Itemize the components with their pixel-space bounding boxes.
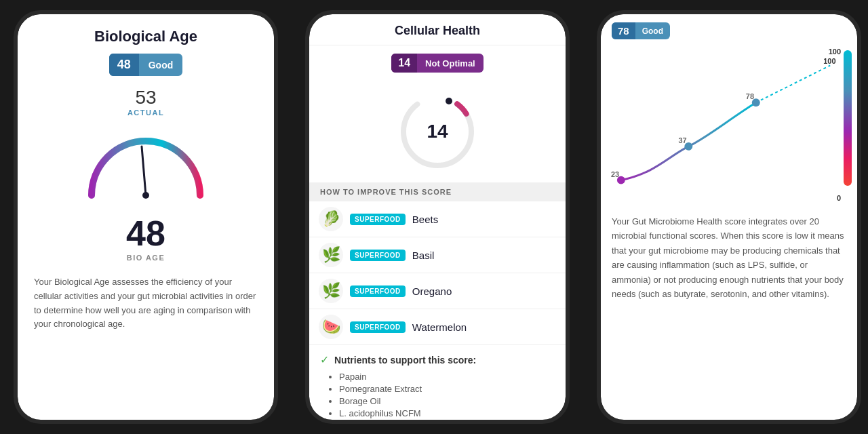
bar-top-label: 100: [829, 47, 841, 56]
nutrient-pomegranate: Pomegranate Extract: [339, 384, 555, 394]
nutrient-borage: Borage Oil: [339, 396, 555, 406]
circular-gauge: 14: [393, 87, 481, 176]
svg-text:78: 78: [746, 92, 754, 100]
phone-screen-1: Biological Age 48 Good 53 ACTUAL: [18, 14, 274, 420]
superfood-item-beets: 🥬 SUPERFOOD Beets: [309, 201, 566, 237]
cellular-screen: Cellular Health 14 Not Optimal: [309, 14, 566, 420]
color-bar: [844, 50, 852, 186]
beets-icon: 🥬: [319, 207, 343, 231]
nutrients-header: ✓ Nutrients to support this score:: [320, 353, 555, 366]
gut-score-number: 78: [612, 22, 635, 39]
bio-score-number: 48: [109, 54, 139, 76]
bio-title: Biological Age: [94, 28, 197, 45]
superfood-tag-watermelon: SUPERFOOD: [350, 321, 406, 333]
phone-gut: 78 Good: [583, 0, 868, 434]
bio-age-number: 48: [126, 213, 165, 254]
svg-line-0: [142, 146, 146, 195]
gut-description: Your Gut Microbiome Health score integra…: [601, 208, 857, 309]
gut-badge: 78 Good: [612, 22, 670, 39]
bio-score-badge: 48 Good: [109, 54, 183, 76]
svg-point-1: [142, 192, 149, 199]
phone-frame-1: Biological Age 48 Good 53 ACTUAL: [14, 10, 278, 424]
svg-text:23: 23: [611, 170, 619, 178]
superfood-tag-basil: SUPERFOOD: [350, 250, 406, 261]
svg-text:37: 37: [678, 136, 686, 144]
bio-age-label: BIO AGE: [127, 254, 165, 262]
superfood-item-basil: 🌿 SUPERFOOD Basil: [309, 237, 566, 273]
bar-bottom-label: 0: [837, 194, 841, 202]
phone-cellular: Cellular Health 14 Not Optimal: [292, 0, 583, 434]
phone-bio-age: Biological Age 48 Good 53 ACTUAL: [0, 0, 292, 434]
gut-score-label: Good: [635, 24, 670, 39]
watermelon-icon: 🍉: [319, 315, 343, 339]
bio-score-label: Good: [139, 56, 183, 75]
nutrients-list: Papain Pomegranate Extract Borage Oil L.…: [320, 372, 555, 420]
svg-point-4: [446, 98, 452, 104]
cellular-score-number: 14: [391, 54, 417, 73]
svg-text:100: 100: [823, 58, 835, 66]
gut-chart-svg: 23 37 78 100: [601, 52, 857, 208]
superfood-name-beets: Beets: [412, 214, 438, 225]
superfood-name-oregano: Oregano: [412, 285, 452, 297]
svg-line-5: [756, 66, 830, 103]
oregano-icon: 🌿: [319, 279, 343, 303]
superfood-item-watermelon: 🍉 SUPERFOOD Watermelon: [309, 309, 566, 345]
phone-frame-2: Cellular Health 14 Not Optimal: [305, 10, 570, 424]
how-to-improve-label: HOW TO IMPROVE THIS SCORE: [309, 182, 566, 201]
cellular-score-label: Not Optimal: [417, 55, 484, 72]
bio-actual-number: 53: [135, 87, 156, 108]
superfood-tag-beets: SUPERFOOD: [350, 214, 406, 225]
gut-score-bar: 78 Good: [601, 14, 857, 45]
phone-screen-2: Cellular Health 14 Not Optimal: [309, 14, 566, 420]
bio-description: Your Biological Age assesses the efficie…: [34, 275, 258, 332]
phone-frame-3: 78 Good: [597, 10, 861, 424]
nutrient-papain: Papain: [339, 372, 555, 382]
superfood-list: 🥬 SUPERFOOD Beets 🌿 SUPERFOOD Basil 🌿 SU…: [309, 201, 566, 345]
bio-gauge: [78, 127, 214, 202]
cellular-title: Cellular Health: [309, 14, 566, 45]
circle-center-value: 14: [427, 121, 448, 142]
nutrients-title: Nutrients to support this score:: [334, 355, 476, 366]
superfood-name-basil: Basil: [412, 250, 435, 261]
phone-screen-3: 78 Good: [601, 14, 857, 420]
superfood-item-oregano: 🌿 SUPERFOOD Oregano: [309, 273, 566, 309]
gut-chart: 23 37 78 100 100 0: [601, 45, 857, 208]
gut-screen: 78 Good: [601, 14, 857, 309]
superfood-tag-oregano: SUPERFOOD: [350, 285, 406, 297]
basil-icon: 🌿: [319, 243, 343, 267]
not-optimal-badge: 14 Not Optimal: [391, 54, 483, 73]
check-icon: ✓: [320, 353, 329, 366]
gauge-svg: [78, 127, 214, 202]
superfood-name-watermelon: Watermelon: [412, 321, 467, 333]
nutrients-section: ✓ Nutrients to support this score: Papai…: [309, 345, 566, 420]
bio-screen: Biological Age 48 Good 53 ACTUAL: [18, 14, 274, 332]
nutrient-lacidophilus: L. acidophilus NCFM: [339, 408, 555, 418]
bio-actual-label: ACTUAL: [127, 108, 164, 117]
